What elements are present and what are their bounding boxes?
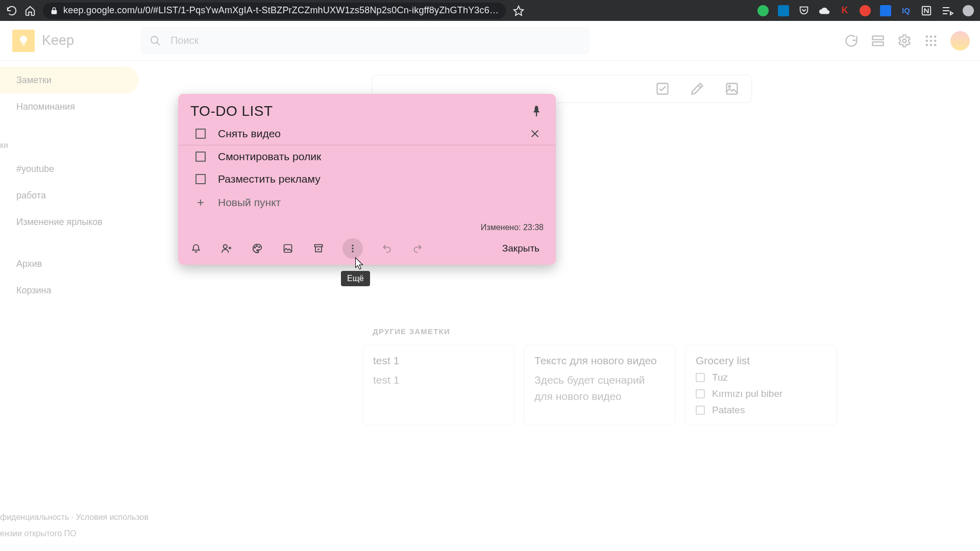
svg-rect-3 (873, 42, 884, 45)
image-icon[interactable] (725, 82, 739, 96)
search-icon (150, 35, 161, 47)
checkbox-icon[interactable] (195, 129, 206, 139)
list-item[interactable]: Разместить рекламу (178, 168, 556, 190)
svg-point-4 (903, 39, 906, 42)
section-other-notes: ДРУГИЕ ЗАМЕТКИ (373, 327, 980, 336)
star-icon[interactable] (513, 5, 524, 16)
ext-cloud-icon[interactable] (819, 5, 830, 16)
note-title[interactable]: TO-DO LIST (190, 103, 273, 119)
svg-point-18 (255, 247, 256, 248)
pin-icon[interactable] (529, 104, 544, 118)
gear-icon[interactable] (897, 34, 912, 48)
add-item-row[interactable]: + Новый пункт (178, 190, 556, 215)
ext-k-icon[interactable]: K (839, 5, 850, 16)
sidebar-label-header: ки (0, 135, 144, 156)
list-view-icon[interactable] (871, 34, 885, 48)
ext-pocket-icon[interactable] (798, 5, 810, 16)
note-card[interactable]: test 1 test 1 (362, 345, 514, 425)
ext-evernote-icon[interactable] (757, 5, 769, 16)
svg-point-23 (352, 245, 353, 246)
close-button[interactable]: Закрыть (492, 239, 550, 258)
sidebar-item-notes[interactable]: Заметки (0, 67, 139, 93)
sidebar-label-youtube[interactable]: #youtube (0, 156, 139, 182)
undo-icon[interactable] (380, 242, 394, 255)
archive-icon[interactable] (312, 242, 325, 255)
sidebar-item-trash[interactable]: Корзина (0, 277, 139, 304)
checkbox-icon (696, 373, 705, 382)
svg-rect-15 (727, 84, 738, 94)
svg-point-8 (926, 39, 928, 42)
brush-icon[interactable] (690, 82, 704, 96)
svg-point-20 (259, 246, 260, 247)
svg-point-12 (930, 43, 933, 46)
list-item: Tuz (696, 372, 826, 383)
plus-icon: + (195, 195, 206, 210)
svg-point-10 (934, 39, 937, 42)
reload-icon[interactable] (6, 5, 17, 16)
note-editor-modal: TO-DO LIST Снять видео Смонтировать роли… (178, 94, 556, 265)
redo-icon[interactable] (411, 242, 424, 255)
ext-trello-icon[interactable] (778, 5, 789, 16)
refresh-icon[interactable] (844, 34, 859, 48)
svg-point-9 (930, 39, 933, 42)
svg-point-24 (352, 247, 353, 249)
note-cards: test 1 test 1 Текстс для нового видео Зд… (362, 345, 980, 425)
list-item: Patates (696, 405, 826, 416)
sidebar-label-work[interactable]: работа (0, 182, 139, 209)
sidebar-edit-labels[interactable]: Изменение ярлыков (0, 209, 139, 235)
home-icon[interactable] (24, 5, 36, 16)
sidebar-item-reminders[interactable]: Напоминания (0, 93, 139, 120)
browser-toolbar: keep.google.com/u/0/#LIST/1-PqsYwAmXgIA-… (0, 0, 980, 21)
checkbox-icon (696, 406, 705, 415)
note-card[interactable]: Grocery list Tuz Kırmızı pul biber Patat… (685, 345, 837, 425)
svg-point-7 (934, 35, 937, 38)
ext-swirl-icon[interactable] (860, 5, 871, 16)
ext-notion-icon[interactable] (921, 5, 932, 16)
checkbox-icon[interactable] (655, 82, 670, 96)
address-bar[interactable]: keep.google.com/u/0/#LIST/1-PqsYwAmXgIA-… (43, 3, 506, 19)
more-icon[interactable] (342, 238, 363, 259)
app-header: Keep (0, 21, 980, 61)
svg-point-16 (729, 86, 731, 88)
ext-io-icon[interactable]: IQ (900, 5, 912, 16)
url-text: keep.google.com/u/0/#LIST/1-PqsYwAmXgIA-… (63, 5, 499, 16)
sidebar-item-archive[interactable]: Архив (0, 251, 139, 277)
checkbox-icon[interactable] (195, 174, 206, 184)
footer-links: фиденциальность · Условия использов ензи… (0, 509, 149, 542)
checkbox-icon (696, 389, 705, 398)
note-toolbar: Закрыть (178, 234, 556, 265)
modified-text: Изменено: 23:38 (178, 215, 556, 234)
collaborator-icon[interactable] (220, 242, 233, 255)
apps-grid-icon[interactable] (924, 34, 938, 48)
list-item: Kırmızı pul biber (696, 388, 826, 399)
note-card[interactable]: Текстс для нового видео Здесь будет сцен… (524, 345, 676, 425)
list-item[interactable]: Смонтировать ролик (178, 145, 556, 168)
svg-point-19 (256, 246, 257, 247)
svg-rect-2 (873, 36, 884, 39)
ext-blue-icon[interactable] (880, 5, 891, 16)
svg-point-17 (224, 245, 227, 248)
list-item[interactable]: Снять видео (178, 122, 556, 145)
avatar-icon[interactable] (963, 5, 974, 16)
svg-point-1 (151, 36, 158, 43)
playlist-icon[interactable] (941, 5, 953, 17)
image-icon[interactable] (281, 242, 295, 255)
sidebar: Заметки Напоминания ки #youtube работа И… (0, 61, 144, 551)
search-input[interactable] (170, 35, 580, 46)
account-avatar[interactable] (950, 31, 970, 51)
svg-point-5 (926, 35, 928, 38)
checkbox-icon[interactable] (195, 152, 206, 162)
search-box[interactable] (140, 27, 590, 55)
tooltip: Ещё (341, 271, 370, 286)
extension-icons: K IQ (757, 5, 974, 17)
lock-icon (50, 7, 58, 15)
palette-icon[interactable] (251, 242, 264, 255)
svg-point-11 (926, 43, 928, 46)
svg-rect-22 (315, 245, 323, 247)
app-title: Keep (42, 33, 74, 48)
remind-icon[interactable] (189, 242, 203, 255)
keep-logo-icon[interactable] (12, 30, 35, 52)
close-icon[interactable] (529, 128, 541, 139)
svg-point-13 (934, 43, 937, 46)
svg-point-6 (930, 35, 933, 38)
